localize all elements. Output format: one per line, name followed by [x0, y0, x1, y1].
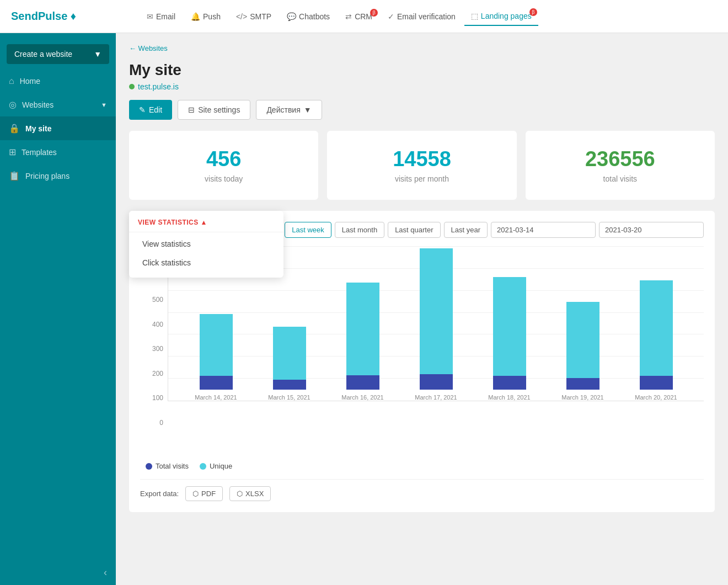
breadcrumb-back[interactable]: ← Websites — [129, 44, 168, 52]
bar-segment-light — [273, 327, 306, 380]
dropdown-click-statistics[interactable]: Click statistics — [129, 253, 283, 272]
bar-segment-dark — [273, 380, 306, 390]
websites-icon: ◎ — [9, 99, 17, 110]
create-website-label: Create a website — [14, 50, 72, 59]
bar-column: March 14, 2021 — [195, 314, 237, 401]
edit-button[interactable]: ✎ Edit — [129, 100, 172, 120]
site-url-link[interactable]: test.pulse.is — [138, 82, 179, 91]
stat-total-number: 236556 — [537, 147, 704, 171]
breadcrumb: ← Websites — [129, 44, 715, 52]
dropdown-title[interactable]: VIEW STATISTICS ▲ — [129, 219, 283, 232]
filter-last-year[interactable]: Last year — [444, 222, 488, 238]
export-label: Export data: — [140, 490, 179, 498]
site-url-row: test.pulse.is — [129, 82, 715, 91]
dropdown-view-statistics[interactable]: View statistics — [129, 235, 283, 253]
crm-beta-badge: β — [370, 9, 378, 17]
nav-email-verification[interactable]: ✓ Email verification — [381, 8, 462, 25]
sidebar-templates-label: Templates — [22, 148, 57, 157]
edit-icon: ✎ — [139, 105, 146, 114]
nav-crm[interactable]: ⇄ CRM β — [339, 8, 379, 25]
chart-legend: Total visits Unique — [140, 462, 704, 470]
logo: SendPulse ♦ — [11, 10, 127, 23]
nav-items: ✉ Email 🔔 Push </> SMTP 💬 Chatbots ⇄ CRM… — [140, 7, 538, 26]
sidebar-item-pricing[interactable]: 📋 Pricing plans — [0, 164, 116, 188]
export-pdf-button[interactable]: ⬡ PDF — [185, 486, 223, 501]
bar-column: March 17, 2021 — [415, 248, 457, 401]
actions-arrow: ▼ — [304, 105, 312, 114]
legend-total: Total visits — [146, 462, 189, 470]
nav-email[interactable]: ✉ Email — [140, 8, 182, 25]
settings-icon: ⊟ — [188, 105, 195, 114]
y-axis-label: 500 — [140, 296, 163, 304]
stat-total-label: total visits — [537, 174, 704, 183]
nav-smtp-label: SMTP — [250, 12, 271, 21]
nav-push[interactable]: 🔔 Push — [184, 8, 227, 25]
stat-card-month: 14558 visits per month — [327, 131, 516, 200]
bar-segment-light — [200, 314, 233, 376]
stat-card-today: 456 visits today — [129, 131, 318, 200]
bar-x-label: March 16, 2021 — [341, 394, 383, 401]
bar-segment-light — [493, 277, 526, 376]
sidebar-websites-label: Websites — [22, 100, 53, 109]
legend-unique-label: Unique — [210, 462, 232, 470]
landing-beta-badge: β — [529, 8, 537, 16]
xlsx-icon: ⬡ — [237, 490, 243, 498]
filter-last-week[interactable]: Last week — [285, 222, 331, 238]
nav-smtp[interactable]: </> SMTP — [229, 8, 278, 25]
edit-label: Edit — [149, 105, 162, 114]
nav-chatbots[interactable]: 💬 Chatbots — [280, 8, 336, 25]
bar-segment-light — [346, 283, 379, 375]
create-website-button[interactable]: Create a website ▼ — [7, 44, 109, 64]
nav-landing-pages[interactable]: ⬚ Landing pages β — [464, 7, 538, 26]
filter-last-month[interactable]: Last month — [335, 222, 384, 238]
date-from-input[interactable] — [491, 222, 596, 238]
bar-stack — [420, 248, 453, 390]
chat-icon: 💬 — [287, 12, 296, 21]
status-dot — [129, 84, 135, 89]
lock-icon: 🔒 — [9, 123, 20, 134]
y-axis-label: 300 — [140, 345, 163, 353]
export-xlsx-button[interactable]: ⬡ XLSX — [229, 486, 271, 501]
nav-verify-label: Email verification — [397, 12, 456, 21]
bar-segment-light — [420, 248, 453, 374]
bar-segment-dark — [566, 378, 599, 390]
stat-today-label: visits today — [140, 174, 307, 183]
date-to-input[interactable] — [599, 222, 704, 238]
bar-stack — [273, 327, 306, 390]
sidebar-item-home[interactable]: ⌂ Home — [0, 70, 116, 93]
bar-segment-dark — [200, 376, 233, 390]
nav-chatbots-label: Chatbots — [299, 12, 330, 21]
legend-unique-dot — [200, 463, 206, 470]
actions-button[interactable]: Действия ▼ — [256, 100, 322, 120]
dropdown-divider — [129, 232, 283, 232]
dropdown-title-text: VIEW STATISTICS ▲ — [138, 219, 207, 226]
view-statistics-dropdown: VIEW STATISTICS ▲ View statistics Click … — [129, 211, 283, 278]
site-settings-button[interactable]: ⊟ Site settings — [178, 100, 250, 120]
bar-x-label: March 14, 2021 — [195, 394, 237, 401]
bar-stack — [200, 314, 233, 390]
bar-column: March 20, 2021 — [635, 280, 677, 401]
bar-stack — [346, 283, 379, 390]
sidebar-item-my-site[interactable]: 🔒 My site — [0, 116, 116, 140]
verify-icon: ✓ — [388, 12, 394, 21]
sidebar-item-websites[interactable]: ◎ Websites ▼ — [0, 93, 116, 116]
nav-email-label: Email — [156, 12, 175, 21]
y-axis-label: 400 — [140, 321, 163, 328]
sidebar-item-templates[interactable]: ⊞ Templates — [0, 140, 116, 164]
y-axis-label: 0 — [140, 419, 163, 427]
pdf-icon: ⬡ — [192, 490, 199, 498]
bar-segment-light — [640, 280, 673, 376]
crm-icon: ⇄ — [345, 12, 352, 21]
bar-column: March 18, 2021 — [488, 277, 530, 401]
home-icon: ⌂ — [9, 76, 14, 86]
y-axis-label: 200 — [140, 370, 163, 377]
top-navigation: SendPulse ♦ ✉ Email 🔔 Push </> SMTP 💬 Ch… — [0, 0, 728, 33]
bar-segment-light — [566, 302, 599, 378]
stats-cards: 456 visits today 14558 visits per month … — [129, 131, 715, 200]
sidebar-collapse-button[interactable]: ‹ — [0, 560, 116, 585]
bar-segment-dark — [640, 376, 673, 390]
filter-last-quarter[interactable]: Last quarter — [388, 222, 440, 238]
templates-icon: ⊞ — [9, 147, 16, 157]
chart-section: VIEW STATISTICS ▲ View statistics Click … — [129, 211, 715, 512]
logo-text: SendPulse ♦ — [11, 10, 76, 23]
